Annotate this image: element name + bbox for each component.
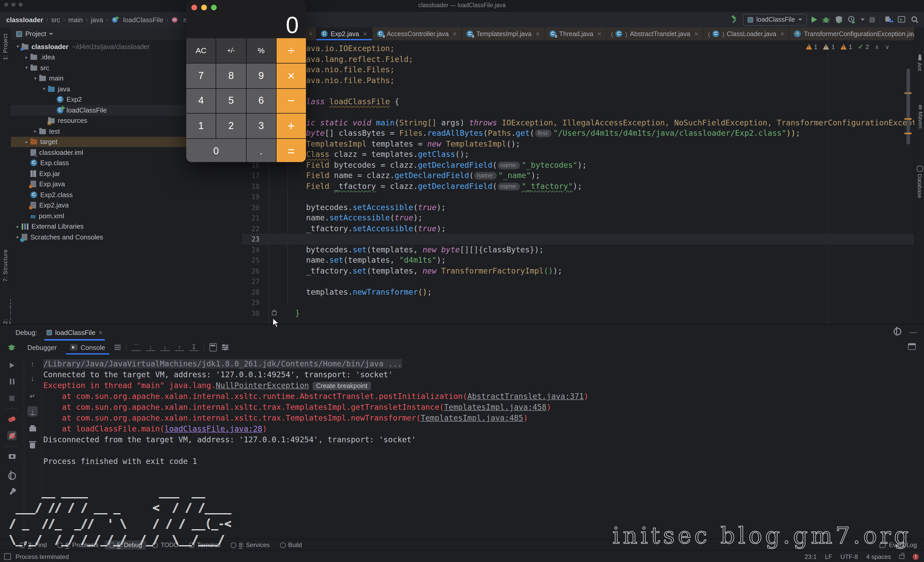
editor-tab-Exp2.java[interactable]: CExp2.java×: [316, 27, 372, 40]
toolwindow-button-6: Problems[interactable]: 6: Problems: [53, 540, 102, 550]
calc-button-5[interactable]: 5: [216, 89, 246, 113]
stacktrace-link[interactable]: NullPointerException: [216, 381, 309, 390]
calc-button-7[interactable]: 7: [186, 63, 216, 88]
inspection-warning[interactable]: 1: [806, 43, 818, 50]
create-breakpoint-button[interactable]: Create breakpoint: [313, 382, 371, 390]
calc-button-2[interactable]: 2: [216, 114, 246, 138]
settings-gear-icon[interactable]: [894, 328, 901, 335]
sidebar-item-project[interactable]: 1: Project: [2, 33, 8, 60]
calc-button-6[interactable]: 6: [246, 89, 276, 113]
inspection-ok[interactable]: ✓2: [858, 43, 869, 51]
tool-window-toggle-icon[interactable]: [4, 553, 11, 560]
stacktrace-link[interactable]: AbstractTranslet.java:371: [467, 392, 584, 401]
debug-icon[interactable]: [822, 15, 830, 24]
stacktrace-link[interactable]: loadClassFile.java:28: [165, 424, 262, 433]
calc-button-3[interactable]: 3: [246, 114, 276, 138]
calculator-window[interactable]: 0 AC+/-%÷789×456−123+0.=: [186, 0, 306, 162]
code-line-16[interactable]: 16 Field bytecodes = clazz.getDeclaredFi…: [242, 160, 914, 170]
inspections-widget[interactable]: 111✓2∧∨: [806, 43, 890, 51]
calc-button-4[interactable]: 4: [186, 89, 216, 113]
code-line-9[interactable]: 9: [242, 86, 914, 96]
mute-breakpoints-icon[interactable]: [7, 431, 16, 440]
toolwindow-button-Build[interactable]: Build: [276, 540, 306, 550]
code-line-13[interactable]: 13 byte[] classBytes = Files.readAllByte…: [242, 128, 914, 138]
stacktrace-link[interactable]: TemplatesImpl.java:458: [444, 403, 546, 412]
close-tab-icon[interactable]: ×: [309, 30, 313, 38]
code-line-14[interactable]: 14 TemplatesImpl templates = new Templat…: [242, 138, 914, 149]
code-line-10[interactable]: 10public class loadClassFile {: [242, 96, 914, 107]
hide-panel-icon[interactable]: —: [909, 328, 917, 336]
calc-button-×[interactable]: ×: [276, 63, 306, 88]
step-out-icon[interactable]: ↑: [175, 344, 184, 351]
force-step-into-icon[interactable]: ↓: [160, 344, 170, 351]
tab-debugger[interactable]: Debugger: [23, 340, 61, 355]
scroll-to-top-icon[interactable]: ↑: [27, 359, 38, 369]
chevron-collapsed-icon[interactable]: ▸: [23, 139, 30, 144]
code-editor[interactable]: 5import java.io.IOException;6import java…: [242, 40, 914, 324]
error-stripe-mark[interactable]: [904, 118, 912, 120]
settings-gear-icon[interactable]: [7, 471, 16, 481]
coverage-icon[interactable]: [835, 15, 843, 24]
settings-filter-icon[interactable]: [222, 344, 228, 351]
sidebar-item-maven[interactable]: mMaven: [917, 105, 924, 129]
code-line-26[interactable]: 26 _tfactory.set(templates, new Transfor…: [242, 266, 914, 276]
tree-item-Scratches and Consoles[interactable]: ▸Scratches and Consoles: [11, 232, 242, 242]
soft-wrap-icon[interactable]: ↵: [27, 391, 38, 401]
editor-tab-AbstractTranslet.java[interactable]: (C)AbstractTranslet.java×: [606, 27, 704, 40]
toolwindow-button-5: Debug[interactable]: 5: Debug: [105, 540, 146, 550]
close-tab-icon[interactable]: ×: [363, 30, 367, 38]
step-into-icon[interactable]: ↓: [146, 344, 155, 351]
code-line-19[interactable]: 19: [242, 191, 914, 202]
error-stripe-mark[interactable]: [904, 92, 912, 94]
code-line-25[interactable]: 25 name.set(templates, "d4m1ts");: [242, 255, 914, 266]
calc-button-+[interactable]: +: [276, 114, 306, 138]
calc-button-8[interactable]: 8: [216, 63, 246, 88]
code-line-7[interactable]: 7import java.nio.file.Files;: [242, 65, 914, 75]
clear-console-icon[interactable]: [27, 440, 38, 451]
sidebar-item-database[interactable]: Database: [917, 166, 923, 198]
calc-button-AC[interactable]: AC: [186, 38, 216, 63]
toolwindow-button-Terminal[interactable]: Terminal: [185, 540, 225, 550]
error-stripe-mark[interactable]: [904, 133, 912, 134]
evaluate-expression-icon[interactable]: [210, 343, 217, 352]
debug-console-output[interactable]: /Library/Java/JavaVirtualMachines/jdk1.8…: [44, 359, 914, 537]
profiler-icon[interactable]: [848, 15, 856, 24]
indent-setting[interactable]: 4 spaces: [866, 553, 891, 560]
minimize-window-icon[interactable]: [201, 5, 207, 11]
calc-button-9[interactable]: 9: [246, 63, 276, 88]
next-issue-icon[interactable]: ∨: [885, 43, 890, 50]
zoom-window-icon[interactable]: [211, 5, 217, 11]
code-line-21[interactable]: 21 name.setAccessible(true);: [242, 213, 914, 223]
thread-dump-camera-icon[interactable]: [7, 452, 16, 461]
pin-tab-icon[interactable]: [7, 488, 16, 497]
pause-program-icon[interactable]: [7, 377, 16, 386]
chevron-down-icon[interactable]: [861, 19, 865, 21]
breadcrumb-item-classloader[interactable]: classloader: [6, 16, 43, 24]
stop-process-icon[interactable]: [7, 394, 16, 403]
sidebar-item-structure[interactable]: 7: Structure: [2, 249, 8, 282]
editor-tab-ClassLoader.java[interactable]: (C)ClassLoader.java×: [704, 27, 790, 40]
calc-button-.[interactable]: .: [246, 139, 276, 162]
terminal-run-icon[interactable]: [898, 15, 906, 24]
debug-session-tab[interactable]: loadClassFile ×: [44, 325, 105, 340]
toolwindow-button-3: Find[interactable]: 3: Find: [15, 540, 51, 550]
step-over-icon[interactable]: ⌒: [132, 344, 141, 351]
code-line-23[interactable]: 23: [242, 234, 914, 244]
layout-settings-icon[interactable]: [908, 343, 916, 352]
line-separator[interactable]: LF: [825, 553, 832, 560]
chevron-collapsed-icon[interactable]: ▸: [32, 129, 39, 134]
project-structure-icon[interactable]: [885, 15, 893, 24]
code-line-6[interactable]: 6import java.lang.reflect.Field;: [242, 54, 914, 65]
calc-button-0[interactable]: 0: [186, 139, 246, 162]
close-tab-icon[interactable]: ×: [453, 30, 457, 38]
resume-program-icon[interactable]: [7, 361, 16, 370]
chevron-collapsed-icon[interactable]: ▸: [23, 55, 30, 60]
calc-button-=[interactable]: =: [276, 139, 306, 162]
breadcrumb-item-loadClassFile[interactable]: CloadClassFile: [111, 16, 163, 24]
inspection-warning[interactable]: 1: [823, 43, 835, 50]
tree-item-Exp2.java[interactable]: Exp2.java: [11, 200, 242, 210]
inspection-warning[interactable]: 1: [840, 43, 852, 50]
code-line-22[interactable]: 22 _tfactory.setAccessible(true);: [242, 223, 914, 234]
code-line-28[interactable]: 28 templates.newTransformer();: [242, 287, 914, 297]
calc-button-−[interactable]: −: [276, 89, 306, 113]
